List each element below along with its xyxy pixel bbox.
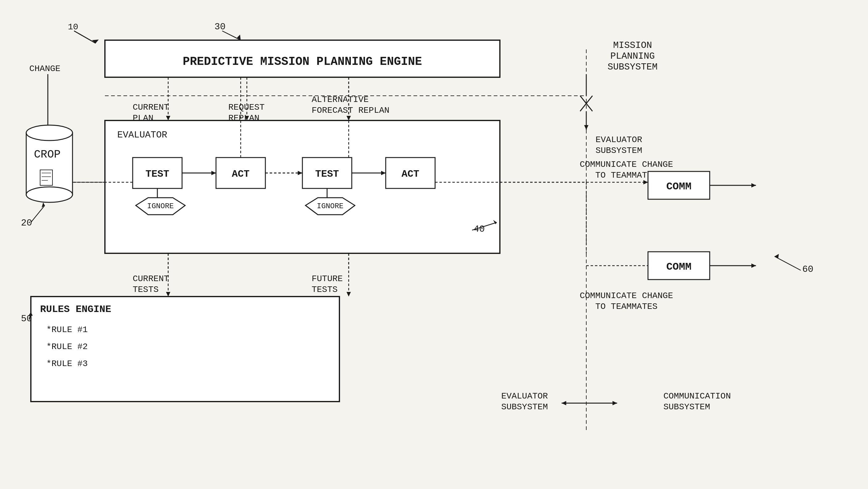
rule1: *RULE #1 [46, 325, 88, 335]
change-label: CHANGE [29, 64, 60, 74]
evaluator-subsystem-2: EVALUATOR [501, 392, 548, 401]
ref-60: 60 [802, 264, 813, 275]
pmpe-title: PREDICTIVE MISSION PLANNING ENGINE [183, 55, 422, 68]
rules-engine-label: RULES ENGINE [40, 304, 111, 315]
svg-text:SUBSYSTEM: SUBSYSTEM [595, 146, 642, 155]
evaluator-label: EVALUATOR [117, 130, 167, 140]
svg-point-6 [26, 125, 72, 141]
diagram: 10 CHANGE CROP 20 30 PREDICTIVE MISSION … [0, 0, 868, 489]
ref-30: 30 [214, 22, 225, 32]
act-box-2: ACT [401, 168, 420, 180]
ignore-label-2: IGNORE [317, 202, 343, 210]
evaluator-subsystem-1: EVALUATOR [595, 135, 642, 145]
svg-point-7 [26, 187, 72, 202]
communicate-change-top: COMMUNICATE CHANGE [580, 160, 673, 169]
act-box-1: ACT [232, 168, 250, 180]
svg-rect-8 [40, 170, 53, 185]
ref-10: 10 [68, 22, 79, 32]
svg-text:PLANNING: PLANNING [610, 51, 655, 61]
svg-text:TESTS: TESTS [133, 285, 159, 294]
svg-text:TO TEAMMATES: TO TEAMMATES [595, 302, 657, 311]
ref-20: 20 [21, 218, 32, 228]
crop-label: CROP [34, 148, 60, 161]
ignore-label-1: IGNORE [147, 202, 174, 210]
rule3: *RULE #3 [46, 359, 88, 369]
communicate-change-bottom: COMMUNICATE CHANGE [580, 291, 673, 300]
svg-text:SUBSYSTEM: SUBSYSTEM [663, 402, 710, 412]
svg-text:FORECAST REPLAN: FORECAST REPLAN [312, 106, 390, 115]
mission-planning-subsystem: MISSION [613, 40, 652, 51]
future-tests-label: FUTURE [312, 274, 343, 284]
comm-box-1: COMM [666, 181, 691, 193]
svg-text:SUBSYSTEM: SUBSYSTEM [501, 402, 548, 412]
svg-text:TESTS: TESTS [312, 285, 338, 294]
alt-forecast-label: ALTERNATIVE [312, 95, 369, 105]
comm-box-2: COMM [666, 261, 691, 273]
current-tests-label: CURRENT [133, 274, 169, 284]
test-box-2: TEST [315, 168, 339, 180]
communication-subsystem: COMMUNICATION [663, 392, 731, 401]
svg-text:SUBSYSTEM: SUBSYSTEM [608, 62, 657, 72]
current-plan-label: CURRENT [133, 103, 169, 112]
test-box-1: TEST [146, 168, 169, 180]
rule2: *RULE #2 [46, 342, 88, 351]
